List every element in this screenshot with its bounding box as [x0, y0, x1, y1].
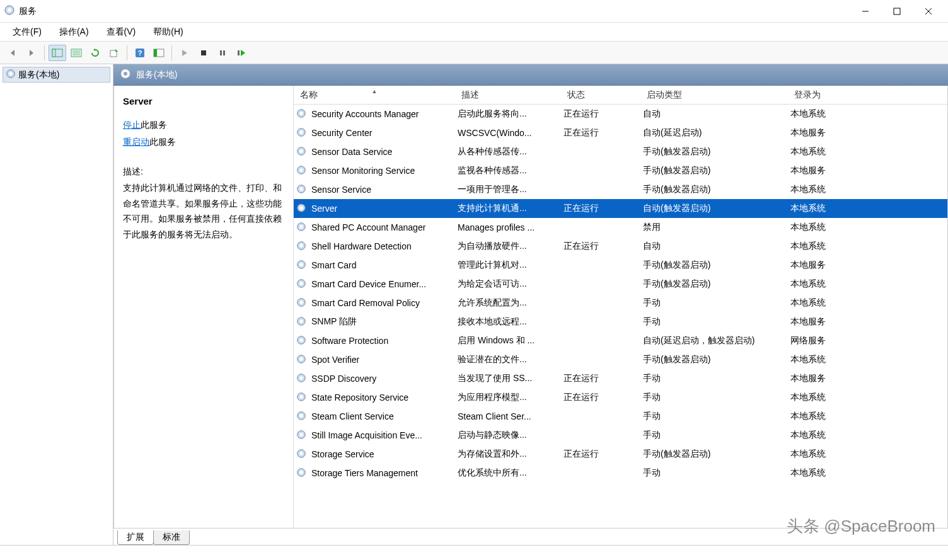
cell-logon: 本地服务: [788, 316, 864, 328]
table-row[interactable]: Software Protection启用 Windows 和 ...自动(延迟…: [294, 331, 947, 350]
cell-name: Sensor Data Service: [309, 147, 455, 157]
table-row[interactable]: Steam Client ServiceSteam Client Ser...手…: [294, 407, 947, 426]
table-row[interactable]: Security Accounts Manager启动此服务将向...正在运行自…: [294, 105, 947, 123]
stop-link[interactable]: 停止: [123, 120, 141, 130]
menu-view[interactable]: 查看(V): [98, 25, 145, 40]
pause-service-button[interactable]: [214, 45, 231, 61]
cell-status: 正在运行: [561, 373, 640, 384]
refresh-button[interactable]: [86, 45, 104, 61]
col-status[interactable]: 状态: [561, 89, 640, 101]
cell-desc: 从各种传感器传...: [455, 146, 561, 157]
tree-root-item[interactable]: 服务(本地): [3, 67, 110, 83]
menu-help[interactable]: 帮助(H): [144, 25, 192, 40]
cell-status: 正在运行: [561, 127, 640, 139]
cell-desc: 管理此计算机对...: [455, 260, 561, 271]
col-name[interactable]: ▲ 名称: [294, 89, 455, 101]
cell-startup: 手动: [640, 467, 788, 479]
show-hide-tree-button[interactable]: [49, 45, 66, 61]
table-row[interactable]: Shared PC Account ManagerManages profile…: [294, 218, 947, 237]
cell-desc: 允许系统配置为...: [455, 297, 561, 309]
cell-desc: 为自动播放硬件...: [455, 241, 561, 252]
forward-button[interactable]: [23, 45, 40, 61]
table-row[interactable]: Sensor Data Service从各种传感器传...手动(触发器启动)本地…: [294, 142, 947, 161]
svg-point-58: [299, 414, 303, 417]
svg-point-30: [299, 149, 303, 152]
svg-rect-16: [154, 49, 157, 57]
maximize-button[interactable]: [881, 1, 913, 21]
table-row[interactable]: Server支持此计算机通...正在运行自动(触发器启动)本地系统: [294, 199, 947, 218]
cell-name: Shell Hardware Detection: [309, 241, 455, 251]
menu-action[interactable]: 操作(A): [50, 25, 98, 40]
cell-startup: 手动(触发器启动): [640, 184, 788, 195]
minimize-button[interactable]: [850, 1, 881, 21]
cell-desc: 启动与静态映像...: [455, 430, 561, 441]
menu-file[interactable]: 文件(F): [4, 25, 50, 40]
col-logon[interactable]: 登录为: [788, 89, 864, 101]
table-row[interactable]: Spot Verifier验证潜在的文件...手动(触发器启动)本地系统: [294, 350, 947, 369]
cell-logon: 本地系统: [788, 392, 864, 403]
restart-service-button[interactable]: [233, 45, 250, 61]
table-row[interactable]: Security CenterWSCSVC(Windo...正在运行自动(延迟启…: [294, 123, 947, 142]
table-row[interactable]: SNMP 陷阱接收本地或远程...手动本地服务: [294, 312, 947, 331]
table-row[interactable]: Smart Card Removal Policy允许系统配置为...手动本地系…: [294, 294, 947, 312]
help-button[interactable]: ?: [131, 45, 149, 61]
table-row[interactable]: Sensor Monitoring Service监视各种传感器...手动(触发…: [294, 161, 947, 180]
restart-link-suffix: 此服务: [149, 137, 176, 147]
svg-rect-17: [201, 50, 206, 55]
table-row[interactable]: SSDP Discovery当发现了使用 SS...正在运行手动本地服务: [294, 369, 947, 388]
col-desc[interactable]: 描述: [455, 89, 561, 101]
properties-button[interactable]: [67, 45, 85, 61]
export-button[interactable]: [105, 45, 123, 61]
cell-desc: 接收本地或远程...: [455, 316, 561, 328]
gear-icon: [294, 354, 309, 366]
cell-startup: 手动(触发器启动): [640, 260, 788, 271]
svg-point-24: [124, 72, 127, 76]
cell-status: 正在运行: [561, 108, 640, 120]
table-row[interactable]: Smart Card Device Enumer...为给定会话可访...手动(…: [294, 275, 947, 294]
stop-service-button[interactable]: [195, 45, 212, 61]
cell-desc: 监视各种传感器...: [455, 165, 561, 176]
table-row[interactable]: State Repository Service为应用程序模型...正在运行手动…: [294, 388, 947, 407]
view-toggle-button[interactable]: [150, 45, 168, 61]
table-row[interactable]: Storage Service为存储设置和外...正在运行手动(触发器启动)本地…: [294, 445, 947, 464]
cell-logon: 本地系统: [788, 222, 864, 233]
table-row[interactable]: Still Image Acquisition Eve...启动与静态映像...…: [294, 426, 947, 445]
col-startup[interactable]: 启动类型: [640, 89, 788, 101]
cell-logon: 网络服务: [788, 335, 864, 346]
svg-point-22: [9, 72, 12, 75]
svg-point-1: [8, 8, 11, 12]
gear-icon: [294, 260, 309, 271]
pane-body: Server 停止此服务 重启动此服务 描述: 支持此计算机通过网络的文件、打印…: [113, 86, 948, 529]
table-row[interactable]: Shell Hardware Detection为自动播放硬件...正在运行自动…: [294, 237, 947, 256]
gear-icon: [294, 335, 309, 347]
cell-logon: 本地系统: [788, 184, 864, 195]
cell-logon: 本地系统: [788, 241, 864, 252]
svg-point-28: [299, 130, 303, 134]
cell-name: Steam Client Service: [309, 411, 455, 421]
restart-link[interactable]: 重启动: [123, 137, 149, 147]
svg-point-60: [299, 433, 303, 436]
tab-extended[interactable]: 扩展: [117, 530, 154, 545]
gear-icon: [294, 241, 309, 253]
table-row[interactable]: Smart Card管理此计算机对...手动(触发器启动)本地服务: [294, 256, 947, 275]
menu-bar: 文件(F) 操作(A) 查看(V) 帮助(H): [0, 23, 948, 42]
close-button[interactable]: [913, 1, 944, 21]
cell-name: Software Protection: [309, 336, 455, 346]
svg-text:?: ?: [138, 49, 142, 57]
service-list[interactable]: Security Accounts Manager启动此服务将向...正在运行自…: [294, 105, 947, 528]
cell-desc: 一项用于管理各...: [455, 184, 561, 195]
cell-startup: 自动: [640, 108, 788, 120]
table-row[interactable]: Storage Tiers Management优化系统中所有...手动本地系统: [294, 464, 947, 483]
cell-name: Security Accounts Manager: [309, 109, 455, 119]
cell-startup: 自动(触发器启动): [640, 203, 788, 214]
cell-name: Sensor Service: [309, 185, 455, 195]
start-service-button[interactable]: [176, 45, 194, 61]
cell-startup: 手动: [640, 316, 788, 328]
cell-startup: 手动(触发器启动): [640, 354, 788, 365]
cell-logon: 本地系统: [788, 297, 864, 309]
gear-icon: [294, 467, 309, 479]
gear-icon: [294, 373, 309, 385]
table-row[interactable]: Sensor Service一项用于管理各...手动(触发器启动)本地系统: [294, 180, 947, 199]
tab-standard[interactable]: 标准: [153, 530, 190, 545]
back-button[interactable]: [4, 45, 21, 61]
